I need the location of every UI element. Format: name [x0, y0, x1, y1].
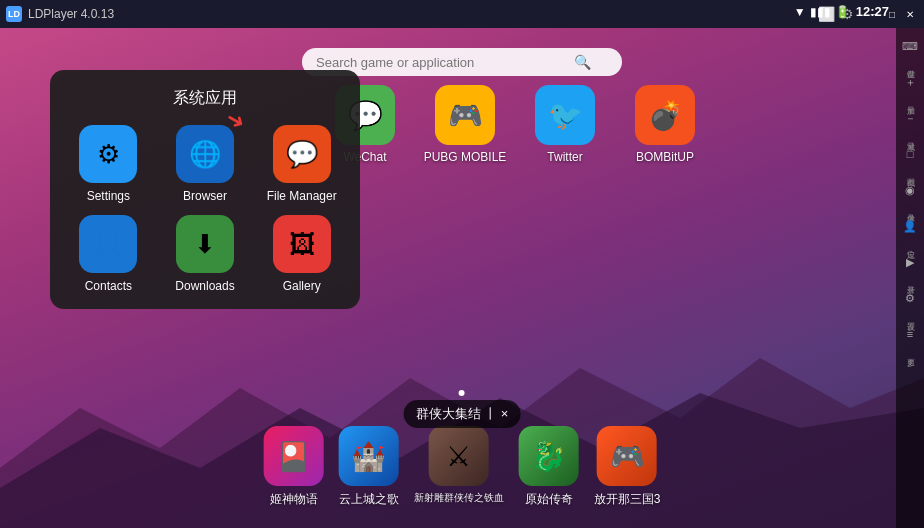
signal-icon: ▮▮▮: [810, 5, 831, 19]
right-sidebar: ⌨ 键盘 ＋ 加量 － 减量 □ 截图 ◉ 录像 👤 定位 ▶ 录开 ⚙ 设置 …: [896, 28, 924, 528]
bottom-apps-row: 🎴 姬神物语 🏰 云上城之歌 ⚔ 新射雕群侠传之铁血 🐉 原始传奇 🎮 放开那三…: [264, 426, 661, 508]
sidebar-volume-up-btn[interactable]: ＋: [898, 70, 922, 94]
bottom-app-icon-3: 🐉: [519, 426, 579, 486]
gallery-app-icon: 🖼: [273, 215, 331, 273]
sidebar-record-btn[interactable]: ◉: [898, 178, 922, 202]
sidebar-more-label: 更多: [906, 350, 914, 354]
popup-app-browser[interactable]: 🌐 ➜ Browser: [163, 125, 248, 203]
sidebar-settings-label: 设置: [906, 314, 914, 318]
popup-app-settings[interactable]: ⚙ Settings: [66, 125, 151, 203]
desktop-apps-grid: 💬 WeChat 🎮 PUBG MOBILE 🐦 Twitter 💣 BOMBi…: [320, 85, 710, 164]
bottom-app-label-0: 姬神物语: [270, 491, 318, 508]
close-button[interactable]: ✕: [902, 6, 918, 22]
bottom-app-icon-0: 🎴: [264, 426, 324, 486]
sidebar-record-label: 录像: [906, 206, 914, 210]
contacts-app-icon: 👤: [79, 215, 137, 273]
bombitup-label: BOMBitUP: [636, 150, 694, 164]
search-input[interactable]: [316, 55, 566, 70]
sidebar-location-btn[interactable]: 👤: [898, 214, 922, 238]
bombitup-icon: 💣: [635, 85, 695, 145]
sidebar-open-btn[interactable]: ▶: [898, 250, 922, 274]
popup-app-filemanager[interactable]: 💬 File Manager: [259, 125, 344, 203]
titlebar-left: LD LDPlayer 4.0.13: [6, 6, 114, 22]
notification-dot: [459, 390, 465, 396]
popup-app-gallery[interactable]: 🖼 Gallery: [259, 215, 344, 293]
browser-app-label: Browser: [183, 189, 227, 203]
bottom-app-label-1: 云上城之歌: [339, 491, 399, 508]
settings-app-label: Settings: [87, 189, 130, 203]
contacts-app-label: Contacts: [85, 279, 132, 293]
filemanager-app-label: File Manager: [267, 189, 337, 203]
settings-app-icon: ⚙: [79, 125, 137, 183]
bottom-app-icon-1: 🏰: [339, 426, 399, 486]
wifi-icon: ▼: [794, 5, 806, 19]
clock: 12:27: [856, 4, 889, 19]
bottom-app-label-2: 新射雕群侠传之铁血: [414, 491, 504, 505]
twitter-icon: 🐦: [535, 85, 595, 145]
pubg-label: PUBG MOBILE: [424, 150, 507, 164]
popup-app-contacts[interactable]: 👤 Contacts: [66, 215, 151, 293]
bottom-app-4[interactable]: 🎮 放开那三国3: [594, 426, 661, 508]
search-icon[interactable]: 🔍: [574, 54, 591, 70]
titlebar: LD LDPlayer 4.0.13 ⬜ ⚙ ─ □ ✕: [0, 0, 924, 28]
bottom-app-3[interactable]: 🐉 原始传奇: [519, 426, 579, 508]
bottom-app-icon-4: 🎮: [597, 426, 657, 486]
sidebar-volume-up-label: 加量: [906, 98, 914, 102]
desktop-app-twitter[interactable]: 🐦 Twitter: [520, 85, 610, 164]
sidebar-keyboard-btn[interactable]: ⌨: [898, 34, 922, 58]
sidebar-settings-btn[interactable]: ⚙: [898, 286, 922, 310]
sidebar-keyboard-label: 键盘: [906, 62, 914, 66]
popup-app-downloads[interactable]: ⬇ Downloads: [163, 215, 248, 293]
desktop-app-pubg[interactable]: 🎮 PUBG MOBILE: [420, 85, 510, 164]
twitter-label: Twitter: [547, 150, 582, 164]
notification-bubble: 群侠大集结 丨 ×: [404, 400, 521, 428]
downloads-app-label: Downloads: [175, 279, 234, 293]
desktop-background: LD LDPlayer 4.0.13 ⬜ ⚙ ─ □ ✕ ▼ ▮▮▮ 🔋 12:…: [0, 0, 924, 528]
battery-icon: 🔋: [835, 5, 850, 19]
app-title: LDPlayer 4.0.13: [28, 7, 114, 21]
status-icons: ▼ ▮▮▮ 🔋: [794, 5, 850, 19]
sidebar-volume-down-label: 减量: [906, 134, 914, 138]
gallery-app-label: Gallery: [283, 279, 321, 293]
bottom-app-label-3: 原始传奇: [525, 491, 573, 508]
notification-text: 群侠大集结 丨 ×: [416, 405, 509, 423]
sidebar-screenshot-label: 截图: [906, 170, 914, 174]
filemanager-app-icon: 💬: [273, 125, 331, 183]
desktop-app-bombitup[interactable]: 💣 BOMBitUP: [620, 85, 710, 164]
sidebar-more-btn[interactable]: ≡: [898, 322, 922, 346]
bottom-app-2[interactable]: ⚔ 新射雕群侠传之铁血: [414, 426, 504, 508]
popup-title: 系统应用: [66, 88, 344, 109]
downloads-app-icon: ⬇: [176, 215, 234, 273]
status-bar: ▼ ▮▮▮ 🔋 12:27: [794, 4, 889, 19]
sidebar-location-label: 定位: [906, 242, 914, 246]
browser-app-icon: 🌐 ➜: [176, 125, 234, 183]
sidebar-screenshot-btn[interactable]: □: [898, 142, 922, 166]
sidebar-volume-down-btn[interactable]: －: [898, 106, 922, 130]
popup-app-grid: ⚙ Settings 🌐 ➜ Browser 💬 File Manager 👤 …: [66, 125, 344, 293]
bottom-app-1[interactable]: 🏰 云上城之歌: [339, 426, 399, 508]
pubg-icon: 🎮: [435, 85, 495, 145]
system-apps-popup: 系统应用 ⚙ Settings 🌐 ➜ Browser 💬 File Manag…: [50, 70, 360, 309]
bottom-app-0[interactable]: 🎴 姬神物语: [264, 426, 324, 508]
sidebar-open-label: 录开: [906, 278, 914, 282]
app-logo: LD: [6, 6, 22, 22]
bottom-app-label-4: 放开那三国3: [594, 491, 661, 508]
bottom-app-icon-2: ⚔: [429, 426, 489, 486]
